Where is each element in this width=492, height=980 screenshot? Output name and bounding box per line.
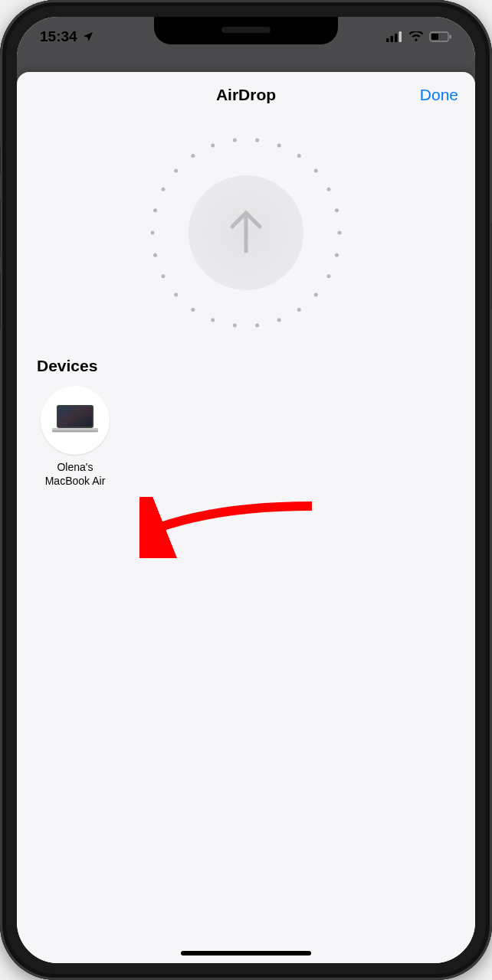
devices-section-label: Devices	[17, 348, 475, 386]
volume-up-button	[0, 199, 1, 257]
svg-rect-10	[52, 430, 98, 433]
device-list: Olena's MacBook Air	[17, 386, 475, 488]
notch	[154, 17, 338, 44]
volume-down-button	[0, 272, 1, 330]
device-avatar	[41, 386, 110, 455]
status-time: 15:34	[40, 28, 77, 45]
svg-rect-0	[386, 38, 389, 42]
upload-arrow-icon	[225, 207, 267, 259]
sheet-header: AirDrop Done	[17, 72, 475, 118]
annotation-arrow	[139, 497, 316, 561]
mute-switch	[0, 145, 1, 175]
screen: 15:34	[17, 17, 475, 963]
svg-rect-3	[399, 31, 402, 42]
macbook-air-icon	[51, 403, 100, 437]
iphone-device-frame: 15:34	[0, 0, 492, 980]
airdrop-sheet: AirDrop Done Devices	[17, 72, 475, 963]
device-name-label: Olena's MacBook Air	[45, 461, 106, 488]
radar-center-circle	[189, 175, 303, 290]
wifi-icon	[408, 31, 424, 42]
home-indicator[interactable]	[181, 951, 311, 956]
svg-rect-9	[52, 428, 98, 431]
airdrop-radar	[17, 118, 475, 348]
sheet-title: AirDrop	[216, 86, 276, 104]
location-arrow-icon	[82, 31, 94, 43]
done-button[interactable]: Done	[420, 72, 458, 117]
battery-icon	[429, 31, 452, 42]
svg-rect-5	[431, 34, 438, 40]
svg-rect-1	[391, 36, 394, 42]
cellular-signal-icon	[386, 31, 403, 42]
device-item-macbook[interactable]: Olena's MacBook Air	[37, 386, 113, 488]
svg-rect-6	[450, 35, 451, 39]
svg-rect-2	[395, 34, 398, 42]
